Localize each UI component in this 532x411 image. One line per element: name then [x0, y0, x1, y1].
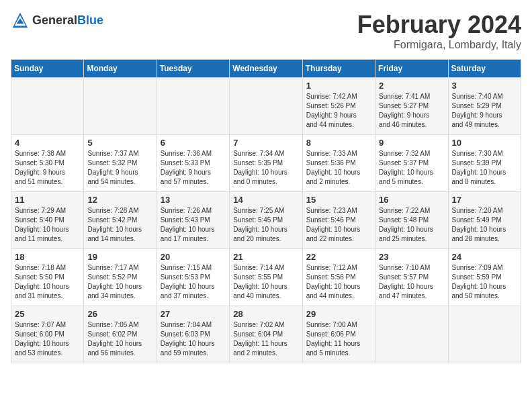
day-info: Sunrise: 7:40 AM Sunset: 5:29 PM Dayligh… — [452, 92, 517, 130]
calendar-cell: 24Sunrise: 7:09 AM Sunset: 5:59 PM Dayli… — [448, 249, 521, 306]
day-number: 6 — [161, 138, 226, 148]
calendar-cell: 8Sunrise: 7:33 AM Sunset: 5:36 PM Daylig… — [302, 135, 375, 192]
day-info: Sunrise: 7:07 AM Sunset: 6:00 PM Dayligh… — [15, 320, 80, 358]
calendar-cell — [11, 78, 84, 135]
day-info: Sunrise: 7:42 AM Sunset: 5:26 PM Dayligh… — [306, 92, 371, 130]
calendar-cell: 27Sunrise: 7:04 AM Sunset: 6:03 PM Dayli… — [157, 306, 229, 363]
day-number: 10 — [452, 138, 517, 148]
header-cell-sunday: Sunday — [11, 60, 84, 78]
calendar-cell: 3Sunrise: 7:40 AM Sunset: 5:29 PM Daylig… — [448, 78, 521, 135]
week-row-1: 1Sunrise: 7:42 AM Sunset: 5:26 PM Daylig… — [11, 78, 521, 135]
day-number: 11 — [15, 195, 80, 205]
day-number: 24 — [452, 252, 517, 262]
day-number: 23 — [379, 252, 444, 262]
calendar-body: 1Sunrise: 7:42 AM Sunset: 5:26 PM Daylig… — [11, 78, 521, 363]
logo: GeneralBlue — [11, 11, 103, 30]
day-number: 13 — [161, 195, 226, 205]
day-number: 29 — [306, 309, 371, 319]
day-number: 18 — [15, 252, 80, 262]
calendar-cell: 16Sunrise: 7:22 AM Sunset: 5:48 PM Dayli… — [375, 192, 448, 249]
day-info: Sunrise: 7:02 AM Sunset: 6:04 PM Dayligh… — [233, 320, 298, 358]
day-info: Sunrise: 7:12 AM Sunset: 5:56 PM Dayligh… — [306, 263, 371, 301]
day-number: 15 — [306, 195, 371, 205]
calendar-cell: 9Sunrise: 7:32 AM Sunset: 5:37 PM Daylig… — [375, 135, 448, 192]
day-info: Sunrise: 7:29 AM Sunset: 5:40 PM Dayligh… — [15, 206, 80, 244]
page-header: GeneralBlue February 2024 Formigara, Lom… — [11, 11, 521, 51]
day-number: 17 — [452, 195, 517, 205]
day-number: 25 — [15, 309, 80, 319]
calendar-table: SundayMondayTuesdayWednesdayThursdayFrid… — [11, 59, 521, 363]
calendar-cell: 4Sunrise: 7:38 AM Sunset: 5:30 PM Daylig… — [11, 135, 84, 192]
calendar-cell: 1Sunrise: 7:42 AM Sunset: 5:26 PM Daylig… — [302, 78, 375, 135]
logo-blue-text: Blue — [77, 13, 103, 27]
calendar-cell: 13Sunrise: 7:26 AM Sunset: 5:43 PM Dayli… — [157, 192, 229, 249]
day-number: 1 — [306, 81, 371, 91]
header-cell-saturday: Saturday — [448, 60, 521, 78]
day-info: Sunrise: 7:34 AM Sunset: 5:35 PM Dayligh… — [233, 149, 298, 187]
day-info: Sunrise: 7:38 AM Sunset: 5:30 PM Dayligh… — [15, 149, 80, 187]
day-info: Sunrise: 7:22 AM Sunset: 5:48 PM Dayligh… — [379, 206, 444, 244]
day-number: 9 — [379, 138, 444, 148]
day-info: Sunrise: 7:20 AM Sunset: 5:49 PM Dayligh… — [452, 206, 517, 244]
calendar-cell: 22Sunrise: 7:12 AM Sunset: 5:56 PM Dayli… — [302, 249, 375, 306]
main-title: February 2024 — [357, 11, 521, 39]
calendar-cell: 12Sunrise: 7:28 AM Sunset: 5:42 PM Dayli… — [84, 192, 157, 249]
calendar-cell: 26Sunrise: 7:05 AM Sunset: 6:02 PM Dayli… — [84, 306, 157, 363]
day-number: 27 — [161, 309, 226, 319]
day-info: Sunrise: 7:14 AM Sunset: 5:55 PM Dayligh… — [233, 263, 298, 301]
calendar-cell — [84, 78, 157, 135]
calendar-cell: 14Sunrise: 7:25 AM Sunset: 5:45 PM Dayli… — [230, 192, 302, 249]
calendar-cell: 21Sunrise: 7:14 AM Sunset: 5:55 PM Dayli… — [230, 249, 302, 306]
calendar-cell: 7Sunrise: 7:34 AM Sunset: 5:35 PM Daylig… — [230, 135, 302, 192]
title-section: February 2024 Formigara, Lombardy, Italy — [357, 11, 521, 51]
calendar-cell: 15Sunrise: 7:23 AM Sunset: 5:46 PM Dayli… — [302, 192, 375, 249]
day-number: 4 — [15, 138, 80, 148]
day-info: Sunrise: 7:09 AM Sunset: 5:59 PM Dayligh… — [452, 263, 517, 301]
day-number: 5 — [87, 138, 152, 148]
day-number: 8 — [306, 138, 371, 148]
day-info: Sunrise: 7:17 AM Sunset: 5:52 PM Dayligh… — [87, 263, 152, 301]
day-info: Sunrise: 7:30 AM Sunset: 5:39 PM Dayligh… — [452, 149, 517, 187]
day-info: Sunrise: 7:36 AM Sunset: 5:33 PM Dayligh… — [161, 149, 226, 187]
day-info: Sunrise: 7:28 AM Sunset: 5:42 PM Dayligh… — [87, 206, 152, 244]
day-number: 21 — [233, 252, 298, 262]
day-info: Sunrise: 7:15 AM Sunset: 5:53 PM Dayligh… — [161, 263, 226, 301]
header-cell-thursday: Thursday — [302, 60, 375, 78]
day-number: 20 — [161, 252, 226, 262]
calendar-cell — [375, 306, 448, 363]
week-row-5: 25Sunrise: 7:07 AM Sunset: 6:00 PM Dayli… — [11, 306, 521, 363]
day-info: Sunrise: 7:04 AM Sunset: 6:03 PM Dayligh… — [161, 320, 226, 358]
week-row-2: 4Sunrise: 7:38 AM Sunset: 5:30 PM Daylig… — [11, 135, 521, 192]
day-number: 22 — [306, 252, 371, 262]
calendar-cell: 28Sunrise: 7:02 AM Sunset: 6:04 PM Dayli… — [230, 306, 302, 363]
day-info: Sunrise: 7:10 AM Sunset: 5:57 PM Dayligh… — [379, 263, 444, 301]
day-number: 26 — [87, 309, 152, 319]
calendar-cell: 23Sunrise: 7:10 AM Sunset: 5:57 PM Dayli… — [375, 249, 448, 306]
day-info: Sunrise: 7:33 AM Sunset: 5:36 PM Dayligh… — [306, 149, 371, 187]
week-row-3: 11Sunrise: 7:29 AM Sunset: 5:40 PM Dayli… — [11, 192, 521, 249]
calendar-cell — [448, 306, 521, 363]
day-number: 19 — [87, 252, 152, 262]
logo-icon — [11, 11, 30, 30]
calendar-cell: 17Sunrise: 7:20 AM Sunset: 5:49 PM Dayli… — [448, 192, 521, 249]
calendar-cell: 2Sunrise: 7:41 AM Sunset: 5:27 PM Daylig… — [375, 78, 448, 135]
day-number: 2 — [379, 81, 444, 91]
day-number: 7 — [233, 138, 298, 148]
subtitle: Formigara, Lombardy, Italy — [357, 39, 521, 51]
calendar-cell: 11Sunrise: 7:29 AM Sunset: 5:40 PM Dayli… — [11, 192, 84, 249]
header-cell-friday: Friday — [375, 60, 448, 78]
calendar-cell: 10Sunrise: 7:30 AM Sunset: 5:39 PM Dayli… — [448, 135, 521, 192]
logo-general-text: General — [32, 13, 77, 27]
day-number: 14 — [233, 195, 298, 205]
calendar-cell: 20Sunrise: 7:15 AM Sunset: 5:53 PM Dayli… — [157, 249, 229, 306]
calendar-cell: 19Sunrise: 7:17 AM Sunset: 5:52 PM Dayli… — [84, 249, 157, 306]
day-number: 28 — [233, 309, 298, 319]
calendar-cell: 18Sunrise: 7:18 AM Sunset: 5:50 PM Dayli… — [11, 249, 84, 306]
day-info: Sunrise: 7:18 AM Sunset: 5:50 PM Dayligh… — [15, 263, 80, 301]
day-number: 3 — [452, 81, 517, 91]
day-info: Sunrise: 7:41 AM Sunset: 5:27 PM Dayligh… — [379, 92, 444, 130]
day-info: Sunrise: 7:05 AM Sunset: 6:02 PM Dayligh… — [87, 320, 152, 358]
calendar-cell — [230, 78, 302, 135]
calendar-cell: 25Sunrise: 7:07 AM Sunset: 6:00 PM Dayli… — [11, 306, 84, 363]
header-cell-monday: Monday — [84, 60, 157, 78]
